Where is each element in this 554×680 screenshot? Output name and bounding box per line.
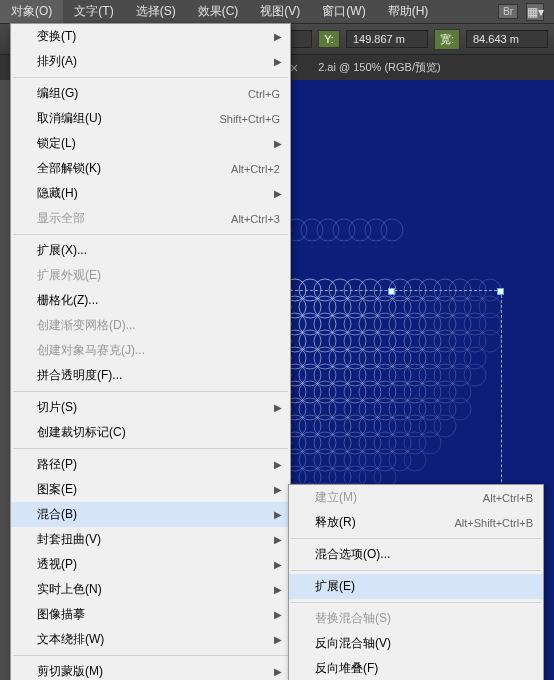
chevron-right-icon: ▶ <box>274 188 282 199</box>
smi-reverse-stack[interactable]: 反向堆叠(F) <box>289 656 543 680</box>
menu-separator <box>13 234 288 235</box>
menu-separator <box>13 655 288 656</box>
selection-handle[interactable] <box>497 288 504 295</box>
bridge-button[interactable]: Br <box>498 4 518 19</box>
menu-separator <box>291 570 541 571</box>
menubar-text[interactable]: 文字(T) <box>63 0 124 23</box>
menubar-right: Br ▦▾ <box>498 3 554 21</box>
menu-separator <box>13 448 288 449</box>
menu-separator <box>13 391 288 392</box>
width-label: 宽: <box>434 29 460 50</box>
mi-live-paint[interactable]: 实时上色(N)▶ <box>11 577 290 602</box>
mi-text-wrap[interactable]: 文本绕排(W)▶ <box>11 627 290 652</box>
mi-expand[interactable]: 扩展(X)... <box>11 238 290 263</box>
chevron-right-icon: ▶ <box>274 509 282 520</box>
mi-perspective[interactable]: 透视(P)▶ <box>11 552 290 577</box>
smi-release[interactable]: 释放(R)Alt+Shift+Ctrl+B <box>289 510 543 535</box>
mi-flatten[interactable]: 拼合透明度(F)... <box>11 363 290 388</box>
mi-slice[interactable]: 切片(S)▶ <box>11 395 290 420</box>
mi-pattern[interactable]: 图案(E)▶ <box>11 477 290 502</box>
chevron-right-icon: ▶ <box>274 534 282 545</box>
menubar-effect[interactable]: 效果(C) <box>187 0 250 23</box>
smi-expand[interactable]: 扩展(E) <box>289 574 543 599</box>
mi-blend[interactable]: 混合(B)▶ <box>11 502 290 527</box>
chevron-right-icon: ▶ <box>274 584 282 595</box>
menubar-select[interactable]: 选择(S) <box>125 0 187 23</box>
mi-clip-mask[interactable]: 剪切蒙版(M)▶ <box>11 659 290 680</box>
mi-crop-marks[interactable]: 创建裁切标记(C) <box>11 420 290 445</box>
menubar-view[interactable]: 视图(V) <box>249 0 311 23</box>
chevron-right-icon: ▶ <box>274 138 282 149</box>
y-label: Y: <box>318 30 340 48</box>
menu-separator <box>13 77 288 78</box>
mi-expand-appearance: 扩展外观(E) <box>11 263 290 288</box>
close-icon[interactable]: × <box>290 60 298 76</box>
mi-transform[interactable]: 变换(T)▶ <box>11 24 290 49</box>
menu-separator <box>291 538 541 539</box>
object-menu: 变换(T)▶ 排列(A)▶ 编组(G)Ctrl+G 取消编组(U)Shift+C… <box>10 23 291 680</box>
smi-make: 建立(M)Alt+Ctrl+B <box>289 485 543 510</box>
layout-icon[interactable]: ▦▾ <box>526 3 544 21</box>
mi-group[interactable]: 编组(G)Ctrl+G <box>11 81 290 106</box>
y-value[interactable]: 149.867 m <box>346 30 428 48</box>
menu-separator <box>291 602 541 603</box>
svg-point-168 <box>381 219 403 241</box>
menubar: 对象(O) 文字(T) 选择(S) 效果(C) 视图(V) 窗口(W) 帮助(H… <box>0 0 554 24</box>
mi-image-trace[interactable]: 图像描摹▶ <box>11 602 290 627</box>
menubar-window[interactable]: 窗口(W) <box>311 0 376 23</box>
mi-path[interactable]: 路径(P)▶ <box>11 452 290 477</box>
chevron-right-icon: ▶ <box>274 634 282 645</box>
mi-mosaic: 创建对象马赛克(J)... <box>11 338 290 363</box>
mi-lock[interactable]: 锁定(L)▶ <box>11 131 290 156</box>
chevron-right-icon: ▶ <box>274 31 282 42</box>
chevron-right-icon: ▶ <box>274 484 282 495</box>
chevron-right-icon: ▶ <box>274 402 282 413</box>
mi-gradient-mesh: 创建渐变网格(D)... <box>11 313 290 338</box>
mi-show-all: 显示全部Alt+Ctrl+3 <box>11 206 290 231</box>
chevron-right-icon: ▶ <box>274 459 282 470</box>
mi-ungroup[interactable]: 取消编组(U)Shift+Ctrl+G <box>11 106 290 131</box>
mi-unlock-all[interactable]: 全部解锁(K)Alt+Ctrl+2 <box>11 156 290 181</box>
document-tab[interactable]: 2.ai @ 150% (RGB/预览) <box>308 56 450 79</box>
chevron-right-icon: ▶ <box>274 56 282 67</box>
smi-reverse-spine[interactable]: 反向混合轴(V) <box>289 631 543 656</box>
menubar-object[interactable]: 对象(O) <box>0 0 63 23</box>
smi-replace-spine: 替换混合轴(S) <box>289 606 543 631</box>
menubar-help[interactable]: 帮助(H) <box>377 0 440 23</box>
chevron-right-icon: ▶ <box>274 666 282 677</box>
width-value[interactable]: 84.643 m <box>466 30 548 48</box>
selection-handle[interactable] <box>388 288 395 295</box>
chevron-right-icon: ▶ <box>274 609 282 620</box>
mi-arrange[interactable]: 排列(A)▶ <box>11 49 290 74</box>
smi-options[interactable]: 混合选项(O)... <box>289 542 543 567</box>
mi-envelope[interactable]: 封套扭曲(V)▶ <box>11 527 290 552</box>
mi-hide[interactable]: 隐藏(H)▶ <box>11 181 290 206</box>
blend-submenu: 建立(M)Alt+Ctrl+B 释放(R)Alt+Shift+Ctrl+B 混合… <box>288 484 544 680</box>
mi-rasterize[interactable]: 栅格化(Z)... <box>11 288 290 313</box>
chevron-right-icon: ▶ <box>274 559 282 570</box>
